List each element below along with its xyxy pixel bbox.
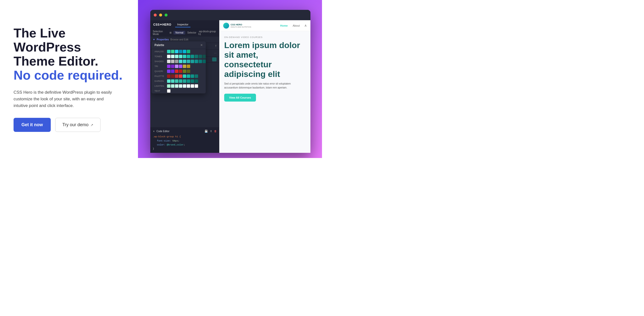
swatch[interactable] [175,65,178,68]
nav-link-extra[interactable]: A [305,24,306,27]
swatch[interactable] [167,60,170,63]
swatch[interactable] [183,84,186,88]
swatch[interactable] [179,79,182,83]
swatch[interactable] [167,89,170,93]
swatch[interactable] [187,79,190,83]
get-it-now-button[interactable]: Get it now [14,118,51,132]
nav-link-about[interactable]: About [293,24,300,27]
swatch[interactable] [175,60,178,63]
selection-mode-value[interactable]: Normal [174,31,185,35]
swatch[interactable] [195,55,198,58]
swatch[interactable] [195,75,198,78]
palette-darken-label: DARKEN [154,80,166,82]
swatch[interactable] [175,75,178,78]
swatch[interactable] [171,79,174,83]
swatch[interactable] [183,50,186,53]
page-preview: CSS HERO HEALTH AND NUTRITION Home About… [219,20,310,153]
swatch[interactable] [191,60,194,63]
swatch[interactable] [187,65,190,68]
swatch[interactable] [171,70,174,73]
code-editor: ▼ Code Editor 💾 ⬆ 🗑 .wp-block-group h1 {… [150,127,219,153]
palette-close-button[interactable]: ✕ [200,43,203,47]
code-editor-arrow: ▼ [153,130,155,133]
swatch[interactable] [171,65,174,68]
swatch[interactable] [183,55,186,58]
hero-title: The Live WordPress Theme Editor. No code… [14,26,124,88]
color-menu-icon[interactable]: ··· [214,51,216,55]
swatch[interactable] [187,75,190,78]
code-line-1: .wp-block-group h1 { [153,135,217,139]
selector-label: Selector [187,31,196,34]
swatch[interactable] [202,55,206,58]
swatch[interactable] [167,79,170,83]
inspector-tab[interactable]: Inspector [175,22,190,27]
swatch[interactable] [171,84,174,88]
swatch[interactable] [167,70,170,73]
swatch[interactable] [198,55,202,58]
preview-logo-icon [223,23,229,29]
swatch[interactable] [183,75,186,78]
swatch[interactable] [167,55,170,58]
swatch[interactable] [167,84,170,88]
swatch[interactable] [171,75,174,78]
swatch[interactable] [171,55,174,58]
swatch[interactable] [175,55,178,58]
preview-logo-text: CSS HERO HEALTH AND NUTRITION [230,24,251,28]
delete-code-icon[interactable]: 🗑 [214,130,217,133]
swatch[interactable] [167,50,170,53]
swatch[interactable] [191,79,194,83]
swatch[interactable] [175,70,178,73]
export-code-icon[interactable]: ⬆ [210,130,212,133]
swatch[interactable] [195,84,198,88]
swatch[interactable] [179,84,182,88]
swatch[interactable] [179,60,182,63]
swatch[interactable] [175,79,178,83]
swatch[interactable] [195,79,198,83]
palette-lighten-swatches [167,84,198,88]
palette-row-shades: SHADES [152,59,206,64]
swatch[interactable] [179,70,182,73]
traffic-light-red[interactable] [154,14,157,17]
palette-row-darken: DARKEN [152,79,206,84]
palette-text-swatches [167,89,170,93]
traffic-light-green[interactable] [164,14,168,17]
swatch[interactable] [179,65,182,68]
try-demo-button[interactable]: Try our demo ↗ [55,118,100,132]
swatch[interactable] [171,60,174,63]
swatch[interactable] [167,65,170,68]
save-code-icon[interactable]: 💾 [204,130,208,133]
swatch[interactable] [183,79,186,83]
color-swatch[interactable] [212,58,216,61]
swatch[interactable] [191,75,194,78]
swatch[interactable] [179,55,182,58]
swatch[interactable] [202,60,206,63]
palette-shades-label: SHADES [154,60,166,63]
nav-link-home[interactable]: Home [280,24,288,27]
swatch[interactable] [183,65,186,68]
code-closing-brace: } [153,147,154,150]
swatch[interactable] [198,60,202,63]
swatch[interactable] [167,75,170,78]
inspector-panel: CSS✦HERO Inspector Selection Mode ⊞ Norm… [150,20,219,153]
swatch[interactable] [183,70,186,73]
code-editor-label: Code Editor [156,130,170,133]
swatch[interactable] [175,50,178,53]
swatch[interactable] [171,50,174,53]
swatch[interactable] [187,55,190,58]
browser-window: CSS✦HERO Inspector Selection Mode ⊞ Norm… [150,10,310,153]
swatch[interactable] [187,50,190,53]
swatch[interactable] [187,70,190,73]
swatch[interactable] [187,84,190,88]
try-demo-label: Try our demo [62,122,88,127]
swatch[interactable] [191,55,194,58]
swatch[interactable] [195,60,198,63]
swatch[interactable] [183,60,186,63]
view-all-courses-button[interactable]: View All Courses [224,94,256,102]
swatch[interactable] [175,84,178,88]
properties-label[interactable]: Properties [157,38,169,41]
traffic-light-yellow[interactable] [159,14,162,17]
swatch[interactable] [191,84,194,88]
swatch[interactable] [179,50,182,53]
swatch[interactable] [179,75,182,78]
swatch[interactable] [187,60,190,63]
